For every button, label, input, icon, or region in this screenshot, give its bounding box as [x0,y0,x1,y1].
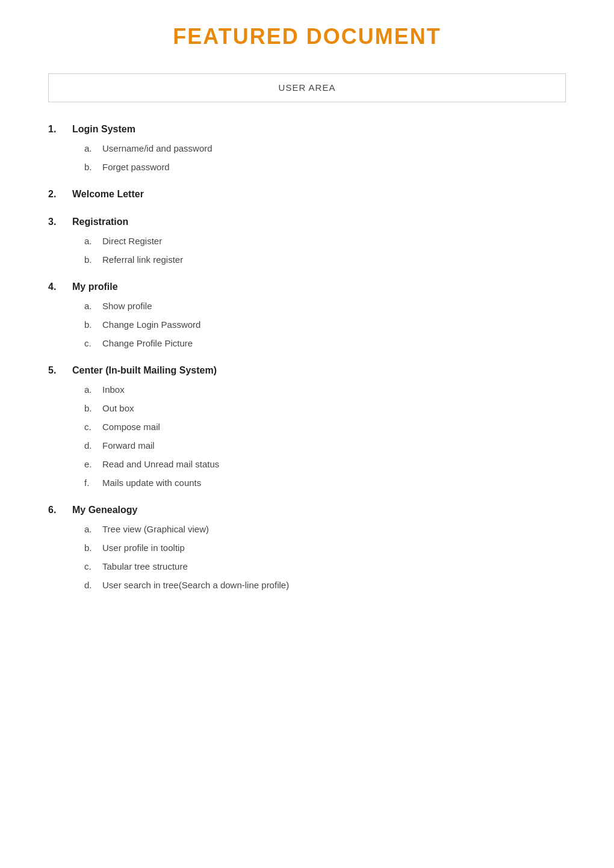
list-item-label: d. [84,580,96,590]
list-item: a.Direct Register [84,236,566,246]
list-item: b.User profile in tooltip [84,543,566,553]
list-item: a.Username/id and password [84,143,566,153]
section-3: 3.Registrationa.Direct Registerb.Referra… [48,217,566,265]
list-item-text: Inbox [102,384,125,395]
list-item-text: Show profile [102,301,152,311]
list-item-text: User profile in tooltip [102,543,185,553]
list-item: b.Change Login Password [84,319,566,330]
sub-list-1: a.Username/id and passwordb.Forget passw… [48,143,566,172]
list-item-label: a. [84,384,96,395]
list-item: d.User search in tree(Search a down-line… [84,580,566,590]
list-item-text: Tabular tree structure [102,561,188,571]
section-6: 6.My Genealogya.Tree view (Graphical vie… [48,505,566,590]
list-item-text: Forward mail [102,440,155,451]
list-item-text: Direct Register [102,236,162,246]
sections-container: 1.Login Systema.Username/id and password… [48,124,566,590]
list-item: c.Tabular tree structure [84,561,566,571]
list-item-text: Read and Unread mail status [102,459,219,469]
list-item-text: Referral link register [102,254,183,265]
list-item: c.Change Profile Picture [84,338,566,348]
list-item-text: Compose mail [102,422,160,432]
list-item-text: Mails update with counts [102,478,201,488]
sub-list-3: a.Direct Registerb.Referral link registe… [48,236,566,265]
section-number-1: 1. [48,124,66,135]
page-title: FEATURED DOCUMENT [48,24,566,49]
section-number-4: 4. [48,282,66,292]
sub-list-6: a.Tree view (Graphical view)b.User profi… [48,524,566,590]
list-item-label: a. [84,143,96,153]
list-item-text: Change Profile Picture [102,338,193,348]
list-item: a.Tree view (Graphical view) [84,524,566,534]
list-item-label: b. [84,162,96,172]
list-item-label: a. [84,301,96,311]
section-title-5: Center (In-built Mailing System) [72,365,217,376]
list-item-text: Out box [102,403,134,413]
list-item-text: Forget password [102,162,170,172]
section-5: 5.Center (In-built Mailing System)a.Inbo… [48,365,566,488]
list-item-label: f. [84,478,96,488]
list-item-label: b. [84,403,96,413]
list-item-label: e. [84,459,96,469]
list-item-label: b. [84,543,96,553]
section-number-2: 2. [48,189,66,200]
list-item: b.Forget password [84,162,566,172]
list-item: f.Mails update with counts [84,478,566,488]
section-title-3: Registration [72,217,128,227]
user-area-box: USER AREA [48,73,566,102]
section-title-2: Welcome Letter [72,189,144,200]
sub-list-5: a.Inboxb.Out boxc.Compose maild.Forward … [48,384,566,488]
section-number-5: 5. [48,365,66,376]
list-item-label: c. [84,338,96,348]
list-item: c.Compose mail [84,422,566,432]
section-1: 1.Login Systema.Username/id and password… [48,124,566,172]
section-4: 4.My profilea.Show profileb.Change Login… [48,282,566,348]
list-item-label: c. [84,422,96,432]
list-item: a.Inbox [84,384,566,395]
list-item-label: b. [84,254,96,265]
list-item-label: c. [84,561,96,571]
list-item-text: Tree view (Graphical view) [102,524,209,534]
user-area-label: USER AREA [279,82,336,93]
list-item: e.Read and Unread mail status [84,459,566,469]
list-item-label: d. [84,440,96,451]
list-item-label: a. [84,236,96,246]
list-item: a.Show profile [84,301,566,311]
section-title-6: My Genealogy [72,505,137,516]
section-number-6: 6. [48,505,66,516]
list-item: d.Forward mail [84,440,566,451]
list-item-label: a. [84,524,96,534]
list-item: b.Out box [84,403,566,413]
list-item: b.Referral link register [84,254,566,265]
section-title-4: My profile [72,282,118,292]
list-item-text: Change Login Password [102,319,200,330]
list-item-text: Username/id and password [102,143,212,153]
sub-list-4: a.Show profileb.Change Login Passwordc.C… [48,301,566,348]
section-number-3: 3. [48,217,66,227]
list-item-text: User search in tree(Search a down-line p… [102,580,289,590]
list-item-label: b. [84,319,96,330]
section-title-1: Login System [72,124,135,135]
section-2: 2.Welcome Letter [48,189,566,200]
